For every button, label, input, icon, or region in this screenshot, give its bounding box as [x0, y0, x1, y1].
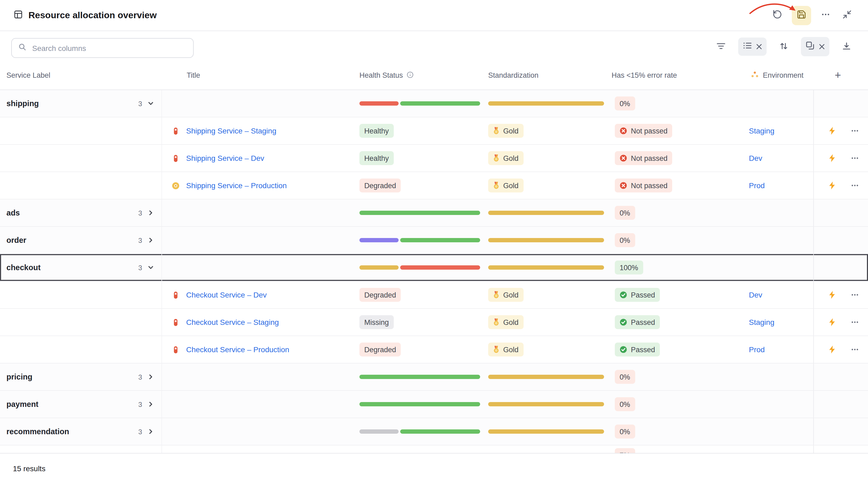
health-cell: [360, 363, 488, 390]
column-header-health-status[interactable]: Health Status: [360, 71, 488, 79]
group-label: ads: [6, 208, 20, 217]
environment-link[interactable]: Prod: [749, 181, 765, 190]
chevron-right-icon[interactable]: [148, 210, 154, 216]
row-more-icon[interactable]: [850, 318, 860, 326]
grouping-control[interactable]: [801, 37, 829, 56]
standardization-cell: [488, 254, 612, 281]
download-button[interactable]: [840, 39, 853, 54]
title-link[interactable]: Shipping Service – Production: [186, 181, 287, 190]
lightning-icon[interactable]: [828, 154, 836, 162]
column-header-environment[interactable]: Environment: [747, 71, 813, 79]
chevron-down-icon[interactable]: [148, 100, 154, 107]
group-row[interactable]: payment30%: [0, 391, 868, 418]
table-header: Service Label Title Health Status Standa…: [0, 61, 868, 90]
environment-cell: Dev: [747, 282, 813, 308]
error-rate-cell: 0%: [612, 227, 747, 254]
title-link[interactable]: Checkout Service – Staging: [186, 318, 279, 326]
health-cell: [360, 199, 488, 226]
environment-link[interactable]: Staging: [749, 127, 774, 135]
filter-button[interactable]: [715, 40, 727, 53]
standardization-badge: Gold: [488, 343, 523, 356]
search-input[interactable]: [31, 43, 187, 53]
clear-grouping-icon[interactable]: [819, 44, 825, 49]
group-row[interactable]: pricing30%: [0, 363, 868, 391]
group-row[interactable]: checkout3100%: [0, 254, 868, 282]
environment-link[interactable]: Dev: [749, 291, 762, 299]
actions-cell: [813, 282, 868, 308]
row-more-icon[interactable]: [850, 154, 860, 162]
chevron-right-icon[interactable]: [148, 428, 154, 435]
environment-cell: [747, 391, 813, 418]
group-label: recommendation: [6, 427, 69, 436]
bar-segment-gold: [360, 265, 399, 270]
error-rate-badge: 0%: [615, 233, 635, 247]
lightning-icon[interactable]: [828, 291, 836, 299]
undo-button[interactable]: [770, 7, 784, 23]
clear-list-view-icon[interactable]: [756, 44, 762, 49]
standardization-cell: Gold: [488, 282, 612, 308]
environment-link[interactable]: Dev: [749, 154, 762, 162]
health-cell: Healthy: [360, 145, 488, 171]
column-header-title[interactable]: Title: [162, 71, 360, 79]
row-more-icon[interactable]: [850, 345, 860, 354]
save-button[interactable]: [792, 6, 811, 25]
row-more-icon[interactable]: [850, 181, 860, 190]
lightning-icon[interactable]: [828, 345, 836, 354]
column-header-standardization[interactable]: Standardization: [488, 71, 612, 79]
health-bar: [360, 265, 480, 270]
chevron-down-icon[interactable]: [148, 264, 154, 271]
service-cell: [0, 282, 162, 308]
bar-segment-green: [360, 402, 480, 406]
app-asset-icon: [172, 182, 180, 190]
chevron-right-icon[interactable]: [148, 374, 154, 380]
standardization-cell: [488, 227, 612, 254]
title-cell: Checkout Service – Staging: [162, 309, 360, 335]
column-header-service-label[interactable]: Service Label: [0, 71, 162, 79]
more-options-button[interactable]: [819, 7, 833, 23]
environment-link[interactable]: Staging: [749, 318, 774, 326]
bar-segment-gold: [488, 238, 604, 242]
title-link[interactable]: Checkout Service – Dev: [186, 291, 267, 299]
health-cell: [360, 391, 488, 418]
lightning-icon[interactable]: [828, 318, 836, 326]
title-link[interactable]: Checkout Service – Production: [186, 345, 289, 354]
service-asset-icon: [172, 318, 180, 326]
actions-cell: [813, 90, 868, 117]
error-rate-badge-label: 0%: [620, 373, 630, 381]
service-cell: payment3: [0, 391, 162, 418]
info-icon[interactable]: [407, 71, 414, 79]
child-row: Checkout Service – ProductionDegradedGol…: [0, 336, 868, 363]
standardization-bar: [488, 429, 604, 434]
search-box[interactable]: [11, 38, 194, 58]
title-link[interactable]: Shipping Service – Dev: [186, 154, 264, 162]
group-count: 3: [138, 236, 148, 244]
environment-link[interactable]: Prod: [749, 345, 765, 354]
standardization-badge-icon: [493, 291, 499, 299]
bar-segment-red: [360, 101, 399, 106]
group-row[interactable]: order30%: [0, 227, 868, 254]
list-view-icon: [743, 42, 752, 52]
collapse-button[interactable]: [840, 7, 854, 23]
error-rate-badge-label: 0%: [620, 236, 630, 244]
health-status-badge: Degraded: [360, 288, 401, 302]
column-header-error-rate[interactable]: Has <15% error rate: [612, 71, 747, 79]
row-more-icon[interactable]: [850, 127, 860, 135]
actions-cell: [813, 363, 868, 390]
error-rate-cell: 0%: [612, 418, 747, 445]
chevron-right-icon[interactable]: [148, 401, 154, 408]
group-row[interactable]: recommendation30%: [0, 418, 868, 446]
lightning-icon[interactable]: [828, 181, 836, 190]
list-view-control[interactable]: [738, 37, 767, 56]
add-column-button[interactable]: +: [813, 69, 868, 82]
group-row[interactable]: ads30%: [0, 199, 868, 227]
group-row[interactable]: shipping30%: [0, 90, 868, 118]
lightning-icon[interactable]: [828, 127, 836, 135]
actions-cell: [813, 254, 868, 281]
sort-button[interactable]: [777, 39, 790, 54]
service-cell: [0, 172, 162, 199]
title-link[interactable]: Shipping Service – Staging: [186, 127, 276, 135]
chevron-right-icon[interactable]: [148, 237, 154, 244]
title-cell: [162, 418, 360, 445]
environment-cell: Prod: [747, 336, 813, 363]
row-more-icon[interactable]: [850, 291, 860, 299]
